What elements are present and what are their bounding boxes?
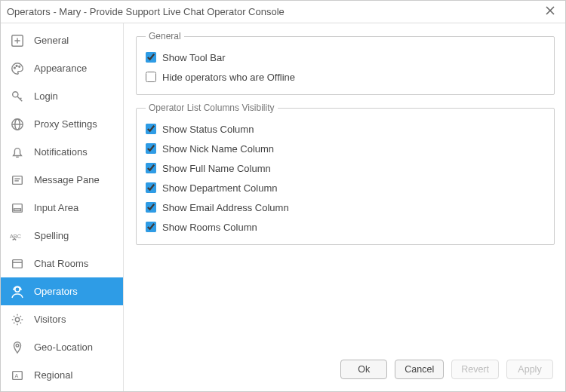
close-button[interactable] bbox=[541, 3, 559, 21]
sidebar-item-geo-location[interactable]: Geo-Location bbox=[1, 333, 123, 361]
svg-point-23 bbox=[15, 286, 20, 291]
sidebar-item-login[interactable]: Login bbox=[1, 82, 123, 110]
checkbox-label[interactable]: Show Status Column bbox=[162, 124, 254, 135]
sidebar-item-general[interactable]: General bbox=[1, 26, 123, 54]
sidebar-item-label: Operators bbox=[34, 286, 78, 297]
window-icon bbox=[10, 256, 25, 271]
checkbox-show-department-column[interactable] bbox=[146, 182, 156, 193]
sidebar-item-proxy-settings[interactable]: Proxy Settings bbox=[1, 110, 123, 138]
checkbox-label[interactable]: Show Tool Bar bbox=[162, 52, 226, 63]
sidebar: GeneralAppearanceLoginProxy SettingsNoti… bbox=[1, 23, 124, 391]
checkbox-label[interactable]: Show Department Column bbox=[162, 182, 277, 194]
option-row: Show Full Name Column bbox=[146, 158, 545, 178]
checkbox-hide-operators-who-are-offline[interactable] bbox=[146, 72, 156, 82]
sidebar-item-spelling[interactable]: ABCSpelling bbox=[1, 222, 123, 250]
svg-line-10 bbox=[20, 97, 22, 99]
input-icon bbox=[10, 201, 25, 216]
checkbox-show-email-address-column[interactable] bbox=[146, 202, 156, 213]
checkbox-label[interactable]: Show Nick Name Column bbox=[162, 143, 274, 155]
sidebar-item-appearance[interactable]: Appearance bbox=[1, 54, 123, 82]
svg-point-5 bbox=[14, 67, 16, 69]
checkbox-label[interactable]: Show Rooms Column bbox=[162, 222, 257, 233]
pin-icon bbox=[10, 340, 25, 355]
sidebar-item-label: Regional bbox=[34, 369, 72, 381]
option-row: Show Nick Name Column bbox=[146, 139, 545, 158]
checkbox-show-full-name-column[interactable] bbox=[146, 163, 156, 173]
titlebar: Operators - Mary - Provide Support Live … bbox=[1, 1, 565, 23]
apply-button[interactable]: Apply bbox=[506, 360, 553, 379]
svg-point-6 bbox=[16, 65, 17, 66]
bell-icon bbox=[10, 145, 25, 160]
sidebar-item-input-area[interactable]: Input Area bbox=[1, 194, 123, 222]
sidebar-item-label: Message Pane bbox=[34, 174, 100, 185]
sidebar-item-label: Login bbox=[34, 90, 58, 102]
button-row: Ok Cancel Revert Apply bbox=[136, 360, 555, 384]
group-general-legend: General bbox=[146, 31, 184, 41]
key-icon bbox=[10, 89, 25, 104]
option-row: Show Rooms Column bbox=[146, 217, 545, 237]
svg-point-25 bbox=[16, 344, 19, 347]
option-row: Hide operators who are Offline bbox=[146, 67, 545, 87]
content-pane: General Show Tool BarHide operators who … bbox=[124, 23, 565, 391]
close-icon bbox=[546, 6, 555, 17]
checkbox-show-nick-name-column[interactable] bbox=[146, 143, 156, 154]
sidebar-item-notifications[interactable]: Notifications bbox=[1, 138, 123, 166]
panel-icon bbox=[10, 173, 25, 188]
sidebar-item-label: Geo-Location bbox=[34, 341, 93, 353]
svg-rect-21 bbox=[13, 259, 23, 268]
sidebar-item-visitors[interactable]: Visitors bbox=[1, 305, 123, 333]
regional-icon: A bbox=[10, 368, 25, 383]
sidebar-item-label: Chat Rooms bbox=[34, 258, 88, 269]
sidebar-item-label: Input Area bbox=[34, 202, 78, 213]
operator-icon bbox=[10, 284, 25, 299]
cancel-button[interactable]: Cancel bbox=[395, 360, 444, 379]
option-row: Show Department Column bbox=[146, 178, 545, 198]
sidebar-item-message-pane[interactable]: Message Pane bbox=[1, 166, 123, 194]
revert-button[interactable]: Revert bbox=[451, 360, 499, 379]
checkbox-label[interactable]: Hide operators who are Offline bbox=[162, 72, 295, 83]
ok-button[interactable]: Ok bbox=[340, 360, 387, 379]
sidebar-item-label: Notifications bbox=[34, 146, 88, 158]
sidebar-item-regional[interactable]: ARegional bbox=[1, 361, 123, 389]
sidebar-item-label: Spelling bbox=[34, 230, 69, 241]
checkbox-show-status-column[interactable] bbox=[146, 124, 156, 134]
group-columns-legend: Operator List Columns Visibility bbox=[146, 103, 278, 113]
window-title: Operators - Mary - Provide Support Live … bbox=[7, 6, 541, 17]
plus-square-icon bbox=[10, 33, 25, 48]
sidebar-item-label: Proxy Settings bbox=[34, 118, 97, 130]
sidebar-item-label: Visitors bbox=[34, 314, 66, 325]
gear-icon bbox=[10, 312, 25, 327]
group-columns: Operator List Columns Visibility Show St… bbox=[136, 103, 555, 245]
svg-text:ABC: ABC bbox=[10, 232, 21, 239]
svg-rect-19 bbox=[14, 208, 21, 210]
option-row: Show Email Address Column bbox=[146, 198, 545, 217]
checkbox-label[interactable]: Show Full Name Column bbox=[162, 163, 271, 174]
sidebar-item-label: Appearance bbox=[34, 63, 87, 74]
sidebar-item-operators[interactable]: Operators bbox=[1, 277, 123, 305]
sidebar-item-label: General bbox=[34, 35, 69, 46]
group-general: General Show Tool BarHide operators who … bbox=[136, 31, 555, 95]
checkbox-label[interactable]: Show Email Address Column bbox=[162, 202, 289, 213]
palette-icon bbox=[10, 61, 25, 76]
option-row: Show Tool Bar bbox=[146, 47, 545, 67]
svg-text:A: A bbox=[14, 372, 18, 378]
abc-icon: ABC bbox=[10, 228, 25, 243]
svg-point-24 bbox=[15, 317, 19, 321]
checkbox-show-tool-bar[interactable] bbox=[146, 52, 156, 63]
svg-rect-15 bbox=[13, 176, 23, 184]
globe-icon bbox=[10, 117, 25, 132]
svg-point-7 bbox=[19, 66, 20, 67]
sidebar-item-chat-rooms[interactable]: Chat Rooms bbox=[1, 250, 123, 277]
sidebar-item-diagnostics[interactable]: Diagnostics bbox=[1, 389, 123, 391]
checkbox-show-rooms-column[interactable] bbox=[146, 222, 156, 232]
option-row: Show Status Column bbox=[146, 119, 545, 139]
svg-point-8 bbox=[13, 91, 18, 96]
